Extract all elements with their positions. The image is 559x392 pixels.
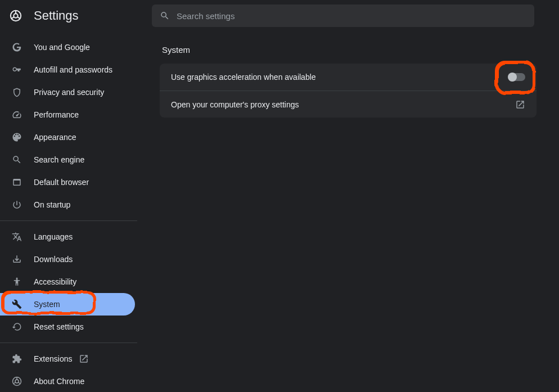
- external-link-icon[interactable]: [515, 100, 525, 110]
- toggle-switch[interactable]: [508, 73, 525, 81]
- row-label: Use graphics acceleration when available: [171, 73, 316, 82]
- sidebar-item-label: Default browser: [34, 178, 89, 187]
- sidebar-item-you-and-google[interactable]: You and Google: [0, 36, 135, 58]
- sidebar-item-about[interactable]: About Chrome: [0, 370, 135, 392]
- sidebar-item-on-startup[interactable]: On startup: [0, 193, 135, 216]
- power-icon: [11, 199, 22, 210]
- download-icon: [11, 254, 22, 265]
- settings-row: Use graphics acceleration when available: [160, 64, 537, 91]
- sidebar-item-default-browser[interactable]: Default browser: [0, 171, 135, 193]
- restore-icon: [11, 321, 22, 332]
- translate-icon: [11, 231, 22, 242]
- window-icon: [11, 177, 22, 188]
- chrome-logo-icon: [9, 9, 22, 22]
- palette-icon: [11, 132, 22, 143]
- sidebar-item-label: Search engine: [34, 155, 84, 164]
- external-link-icon: [79, 354, 89, 364]
- sidebar-item-reset[interactable]: Reset settings: [0, 316, 135, 338]
- sidebar-item-label: System: [34, 300, 60, 309]
- sidebar-item-label: Reset settings: [34, 322, 84, 331]
- sidebar-item-languages[interactable]: Languages: [0, 226, 135, 248]
- settings-row[interactable]: Open your computer's proxy settings: [160, 91, 537, 118]
- sidebar-item-performance[interactable]: Performance: [0, 103, 135, 126]
- section-title: System: [162, 45, 537, 55]
- sidebar-item-system[interactable]: System: [0, 293, 135, 316]
- sidebar-divider: [0, 343, 137, 343]
- search-icon: [160, 11, 170, 21]
- sidebar-item-accessibility[interactable]: Accessibility: [0, 271, 135, 293]
- extension-icon: [11, 353, 22, 364]
- sidebar-item-label: On startup: [34, 200, 70, 209]
- sidebar-item-appearance[interactable]: Appearance: [0, 126, 135, 148]
- row-label: Open your computer's proxy settings: [171, 100, 299, 109]
- sidebar-item-search-engine[interactable]: Search engine: [0, 148, 135, 171]
- sidebar-item-label: Downloads: [34, 255, 73, 264]
- sidebar-item-privacy[interactable]: Privacy and security: [0, 81, 135, 103]
- sidebar-item-label: Autofill and passwords: [34, 65, 112, 74]
- main-content: System Use graphics acceleration when av…: [137, 31, 559, 392]
- sidebar-item-label: Appearance: [34, 133, 76, 142]
- sidebar-item-extensions[interactable]: Extensions: [0, 348, 135, 370]
- svg-point-2: [16, 278, 18, 280]
- wrench-icon: [11, 299, 22, 310]
- search-icon: [11, 154, 22, 165]
- sidebar-item-label: Performance: [34, 110, 79, 119]
- shield-icon: [11, 87, 22, 98]
- sidebar-divider: [0, 220, 137, 221]
- accessibility-icon: [11, 276, 22, 287]
- sidebar-item-label: Accessibility: [34, 277, 76, 286]
- sidebar-item-label: You and Google: [34, 43, 90, 52]
- settings-card: Use graphics acceleration when available…: [160, 64, 537, 118]
- sidebar-item-label: About Chrome: [34, 377, 84, 386]
- sidebar-item-autofill[interactable]: Autofill and passwords: [0, 58, 135, 81]
- search-input[interactable]: [152, 4, 534, 27]
- page-title: Settings: [34, 8, 141, 23]
- sidebar-item-label: Extensions: [34, 354, 72, 363]
- chrome-icon: [11, 376, 22, 387]
- toggle-knob: [508, 73, 517, 82]
- sidebar-item-downloads[interactable]: Downloads: [0, 248, 135, 271]
- sidebar-item-label: Privacy and security: [34, 88, 104, 97]
- sidebar: You and GoogleAutofill and passwordsPriv…: [0, 31, 137, 392]
- sidebar-item-label: Languages: [34, 232, 73, 241]
- key-icon: [11, 64, 22, 75]
- speed-icon: [11, 109, 22, 120]
- google-icon: [11, 42, 22, 53]
